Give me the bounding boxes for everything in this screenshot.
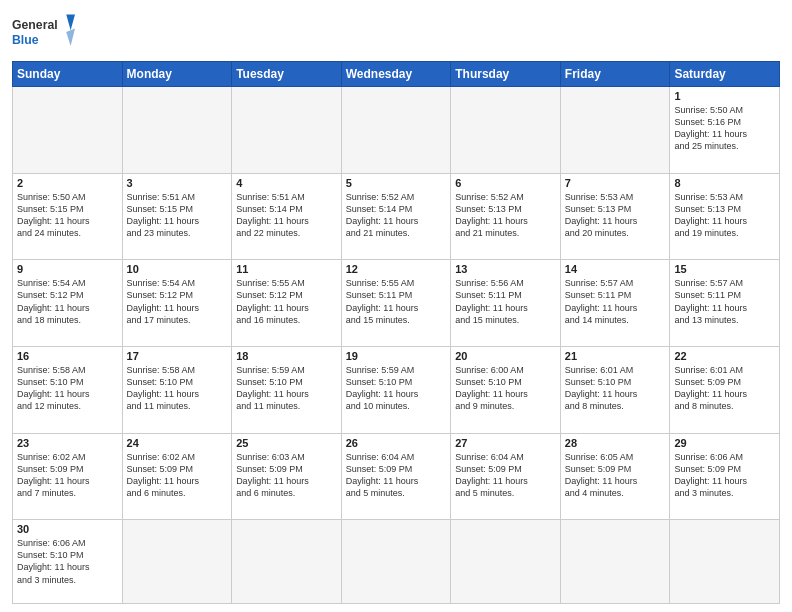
day-info: Sunrise: 6:04 AM Sunset: 5:09 PM Dayligh… xyxy=(346,451,447,500)
table-row: 17Sunrise: 5:58 AM Sunset: 5:10 PM Dayli… xyxy=(122,346,232,433)
logo: GeneralBlue xyxy=(12,10,82,55)
calendar-week-row: 23Sunrise: 6:02 AM Sunset: 5:09 PM Dayli… xyxy=(13,433,780,520)
day-info: Sunrise: 5:59 AM Sunset: 5:10 PM Dayligh… xyxy=(346,364,447,413)
weekday-header-row: SundayMondayTuesdayWednesdayThursdayFrid… xyxy=(13,62,780,87)
day-info: Sunrise: 5:54 AM Sunset: 5:12 PM Dayligh… xyxy=(127,277,228,326)
day-info: Sunrise: 6:06 AM Sunset: 5:09 PM Dayligh… xyxy=(674,451,775,500)
table-row: 2Sunrise: 5:50 AM Sunset: 5:15 PM Daylig… xyxy=(13,173,123,260)
day-info: Sunrise: 5:50 AM Sunset: 5:16 PM Dayligh… xyxy=(674,104,775,153)
day-info: Sunrise: 5:57 AM Sunset: 5:11 PM Dayligh… xyxy=(674,277,775,326)
table-row: 26Sunrise: 6:04 AM Sunset: 5:09 PM Dayli… xyxy=(341,433,451,520)
day-info: Sunrise: 5:53 AM Sunset: 5:13 PM Dayligh… xyxy=(565,191,666,240)
day-info: Sunrise: 6:02 AM Sunset: 5:09 PM Dayligh… xyxy=(17,451,118,500)
day-info: Sunrise: 5:54 AM Sunset: 5:12 PM Dayligh… xyxy=(17,277,118,326)
day-info: Sunrise: 6:06 AM Sunset: 5:10 PM Dayligh… xyxy=(17,537,118,586)
table-row xyxy=(560,87,670,174)
svg-marker-2 xyxy=(66,15,75,31)
calendar-week-row: 1Sunrise: 5:50 AM Sunset: 5:16 PM Daylig… xyxy=(13,87,780,174)
table-row xyxy=(560,520,670,604)
day-number: 28 xyxy=(565,437,666,449)
calendar-week-row: 9Sunrise: 5:54 AM Sunset: 5:12 PM Daylig… xyxy=(13,260,780,347)
weekday-sunday: Sunday xyxy=(13,62,123,87)
day-number: 2 xyxy=(17,177,118,189)
day-info: Sunrise: 5:52 AM Sunset: 5:13 PM Dayligh… xyxy=(455,191,556,240)
table-row xyxy=(122,87,232,174)
table-row xyxy=(451,87,561,174)
table-row: 29Sunrise: 6:06 AM Sunset: 5:09 PM Dayli… xyxy=(670,433,780,520)
day-number: 10 xyxy=(127,263,228,275)
day-info: Sunrise: 5:51 AM Sunset: 5:14 PM Dayligh… xyxy=(236,191,337,240)
table-row: 27Sunrise: 6:04 AM Sunset: 5:09 PM Dayli… xyxy=(451,433,561,520)
table-row: 22Sunrise: 6:01 AM Sunset: 5:09 PM Dayli… xyxy=(670,346,780,433)
calendar-week-row: 2Sunrise: 5:50 AM Sunset: 5:15 PM Daylig… xyxy=(13,173,780,260)
table-row: 7Sunrise: 5:53 AM Sunset: 5:13 PM Daylig… xyxy=(560,173,670,260)
day-info: Sunrise: 6:01 AM Sunset: 5:09 PM Dayligh… xyxy=(674,364,775,413)
day-number: 29 xyxy=(674,437,775,449)
header: GeneralBlue xyxy=(12,10,780,55)
day-number: 14 xyxy=(565,263,666,275)
day-number: 24 xyxy=(127,437,228,449)
day-number: 7 xyxy=(565,177,666,189)
table-row xyxy=(341,520,451,604)
day-number: 30 xyxy=(17,523,118,535)
day-info: Sunrise: 5:58 AM Sunset: 5:10 PM Dayligh… xyxy=(17,364,118,413)
table-row: 12Sunrise: 5:55 AM Sunset: 5:11 PM Dayli… xyxy=(341,260,451,347)
day-number: 8 xyxy=(674,177,775,189)
day-info: Sunrise: 5:58 AM Sunset: 5:10 PM Dayligh… xyxy=(127,364,228,413)
day-info: Sunrise: 5:57 AM Sunset: 5:11 PM Dayligh… xyxy=(565,277,666,326)
day-number: 25 xyxy=(236,437,337,449)
day-number: 19 xyxy=(346,350,447,362)
table-row: 23Sunrise: 6:02 AM Sunset: 5:09 PM Dayli… xyxy=(13,433,123,520)
day-number: 3 xyxy=(127,177,228,189)
table-row: 13Sunrise: 5:56 AM Sunset: 5:11 PM Dayli… xyxy=(451,260,561,347)
day-info: Sunrise: 5:53 AM Sunset: 5:13 PM Dayligh… xyxy=(674,191,775,240)
table-row: 11Sunrise: 5:55 AM Sunset: 5:12 PM Dayli… xyxy=(232,260,342,347)
day-number: 13 xyxy=(455,263,556,275)
table-row: 5Sunrise: 5:52 AM Sunset: 5:14 PM Daylig… xyxy=(341,173,451,260)
day-number: 27 xyxy=(455,437,556,449)
table-row: 8Sunrise: 5:53 AM Sunset: 5:13 PM Daylig… xyxy=(670,173,780,260)
table-row: 16Sunrise: 5:58 AM Sunset: 5:10 PM Dayli… xyxy=(13,346,123,433)
table-row xyxy=(670,520,780,604)
day-info: Sunrise: 5:51 AM Sunset: 5:15 PM Dayligh… xyxy=(127,191,228,240)
weekday-friday: Friday xyxy=(560,62,670,87)
day-number: 5 xyxy=(346,177,447,189)
day-info: Sunrise: 6:05 AM Sunset: 5:09 PM Dayligh… xyxy=(565,451,666,500)
table-row: 1Sunrise: 5:50 AM Sunset: 5:16 PM Daylig… xyxy=(670,87,780,174)
day-info: Sunrise: 5:55 AM Sunset: 5:11 PM Dayligh… xyxy=(346,277,447,326)
table-row: 14Sunrise: 5:57 AM Sunset: 5:11 PM Dayli… xyxy=(560,260,670,347)
day-info: Sunrise: 6:02 AM Sunset: 5:09 PM Dayligh… xyxy=(127,451,228,500)
day-number: 12 xyxy=(346,263,447,275)
table-row: 28Sunrise: 6:05 AM Sunset: 5:09 PM Dayli… xyxy=(560,433,670,520)
day-number: 16 xyxy=(17,350,118,362)
weekday-wednesday: Wednesday xyxy=(341,62,451,87)
svg-text:General: General xyxy=(12,18,58,32)
day-number: 15 xyxy=(674,263,775,275)
day-number: 6 xyxy=(455,177,556,189)
general-blue-logo: GeneralBlue xyxy=(12,10,82,55)
day-number: 23 xyxy=(17,437,118,449)
table-row: 9Sunrise: 5:54 AM Sunset: 5:12 PM Daylig… xyxy=(13,260,123,347)
table-row: 4Sunrise: 5:51 AM Sunset: 5:14 PM Daylig… xyxy=(232,173,342,260)
table-row xyxy=(232,87,342,174)
weekday-tuesday: Tuesday xyxy=(232,62,342,87)
calendar: SundayMondayTuesdayWednesdayThursdayFrid… xyxy=(12,61,780,604)
day-number: 9 xyxy=(17,263,118,275)
table-row: 25Sunrise: 6:03 AM Sunset: 5:09 PM Dayli… xyxy=(232,433,342,520)
table-row: 10Sunrise: 5:54 AM Sunset: 5:12 PM Dayli… xyxy=(122,260,232,347)
calendar-week-row: 30Sunrise: 6:06 AM Sunset: 5:10 PM Dayli… xyxy=(13,520,780,604)
table-row xyxy=(341,87,451,174)
day-number: 17 xyxy=(127,350,228,362)
day-number: 4 xyxy=(236,177,337,189)
day-info: Sunrise: 6:01 AM Sunset: 5:10 PM Dayligh… xyxy=(565,364,666,413)
day-number: 1 xyxy=(674,90,775,102)
table-row xyxy=(13,87,123,174)
day-info: Sunrise: 6:00 AM Sunset: 5:10 PM Dayligh… xyxy=(455,364,556,413)
table-row: 24Sunrise: 6:02 AM Sunset: 5:09 PM Dayli… xyxy=(122,433,232,520)
table-row: 6Sunrise: 5:52 AM Sunset: 5:13 PM Daylig… xyxy=(451,173,561,260)
table-row: 3Sunrise: 5:51 AM Sunset: 5:15 PM Daylig… xyxy=(122,173,232,260)
svg-marker-3 xyxy=(66,29,75,47)
day-info: Sunrise: 6:04 AM Sunset: 5:09 PM Dayligh… xyxy=(455,451,556,500)
weekday-monday: Monday xyxy=(122,62,232,87)
table-row: 21Sunrise: 6:01 AM Sunset: 5:10 PM Dayli… xyxy=(560,346,670,433)
